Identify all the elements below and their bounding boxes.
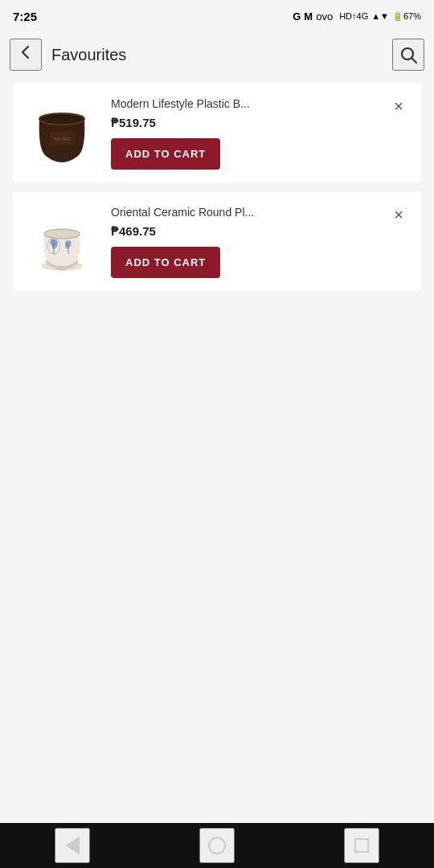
svg-point-14 [65,240,72,247]
search-button[interactable] [392,39,424,71]
nav-recents-button[interactable] [344,828,379,863]
item-1-info: Modern Lifestyle Plastic B... ₱519.75 AD… [111,96,408,170]
status-time: 7:25 [13,10,37,23]
status-icons: G M ovo HD↑4G ▲▼ 🔋67% [293,10,421,23]
nav-back-button[interactable] [55,828,90,863]
item-1-remove-button[interactable]: × [386,93,411,119]
nav-home-icon [208,837,226,854]
toolbar: Favourites [0,32,434,77]
item-2-price: ₱469.75 [111,224,408,239]
page-title: Favourites [51,46,383,64]
item-1-price: ₱519.75 [111,116,408,130]
ovo-icon: ovo [316,10,333,23]
back-icon [17,43,35,66]
item-1-add-to-cart-button[interactable]: ADD TO CART [111,138,220,170]
item-2-add-to-cart-button[interactable]: ADD TO CART [111,247,220,278]
item-1-name: Modern Lifestyle Plastic B... [111,96,408,111]
item-1-image: TRU NPC [26,97,98,170]
favourite-item-1: TRU NPC Modern Lifestyle Plastic B... ₱5… [13,84,421,182]
bottom-nav-bar [0,823,434,868]
ceramic-pot-icon [30,210,94,274]
g-icon: G [293,10,301,23]
signal-icon: HD↑4G [339,11,368,21]
svg-line-1 [412,59,417,63]
m-icon: M [304,10,313,23]
status-bar: 7:25 G M ovo HD↑4G ▲▼ 🔋67% [0,0,434,32]
favourite-item-2: Oriental Ceramic Round Pl... ₱469.75 ADD… [13,192,421,291]
nav-back-icon [65,837,80,854]
nav-recents-icon [354,838,369,853]
favourites-list: TRU NPC Modern Lifestyle Plastic B... ₱5… [0,77,434,307]
wifi-icon: ▲▼ [371,11,389,21]
item-2-info: Oriental Ceramic Round Pl... ₱469.75 ADD… [111,205,408,278]
item-2-name: Oriental Ceramic Round Pl... [111,205,408,219]
nav-home-button[interactable] [199,828,235,863]
svg-text:TRU NPC: TRU NPC [53,137,72,141]
plastic-pot-icon: TRU NPC [30,101,94,166]
battery-icon: 🔋67% [392,11,421,22]
back-button[interactable] [10,39,42,71]
item-2-image [26,206,98,278]
search-icon [399,45,418,64]
item-2-remove-button[interactable]: × [386,202,411,227]
